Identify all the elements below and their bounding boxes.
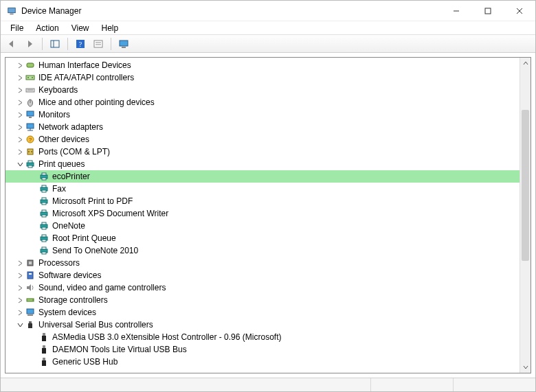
menu-action[interactable]: Action — [30, 22, 64, 34]
tree-item[interactable]: ?Other devices — [5, 133, 520, 146]
tree-item[interactable]: Send To OneNote 2010 — [5, 244, 520, 257]
svg-rect-72 — [43, 345, 45, 348]
expander-collapsed-icon[interactable] — [15, 260, 25, 266]
expander-collapsed-icon[interactable] — [15, 124, 25, 130]
vertical-scrollbar[interactable] — [520, 58, 531, 373]
forward-button[interactable] — [21, 36, 38, 51]
tree-item[interactable]: Processors — [5, 257, 520, 269]
tree-item[interactable]: OneNote — [5, 220, 520, 232]
show-hide-console-button[interactable] — [47, 36, 63, 51]
expander-collapsed-icon[interactable] — [15, 87, 25, 93]
svg-rect-45 — [42, 198, 46, 200]
tree-item-label: Microsoft XPS Document Writer — [52, 209, 168, 218]
svg-rect-57 — [42, 247, 46, 249]
status-bar — [1, 378, 535, 391]
back-button[interactable] — [3, 36, 20, 51]
expander-collapsed-icon[interactable] — [15, 297, 25, 303]
tree-item[interactable]: Generic USB Hub — [5, 356, 520, 368]
status-cell — [1, 378, 370, 391]
tree-item-label: Processors — [38, 258, 80, 268]
scroll-down-button[interactable] — [520, 362, 531, 373]
scroll-up-button[interactable] — [520, 58, 531, 69]
tree-item[interactable]: Sound, video and game controllers — [5, 281, 520, 294]
menubar: FileActionViewHelp — [1, 21, 535, 35]
tree-item-label: Software devices — [38, 270, 101, 280]
port-icon — [25, 146, 36, 157]
help-button[interactable]: ? — [72, 36, 89, 51]
scan-hardware-button[interactable] — [115, 36, 132, 51]
tree-item[interactable]: Microsoft Print to PDF — [5, 195, 520, 207]
tree-item[interactable]: Fax — [5, 183, 520, 195]
expander-expanded-icon[interactable] — [15, 161, 25, 168]
tree-item[interactable]: ASMedia USB 3.0 eXtensible Host Controll… — [5, 331, 520, 343]
usb-plug-icon — [38, 344, 49, 355]
svg-rect-46 — [42, 203, 46, 205]
tree-item-label: Root Print Queue — [52, 233, 116, 243]
expander-collapsed-icon[interactable] — [15, 285, 25, 291]
tree-item[interactable]: IDE ATA/ATAPI controllers — [5, 71, 520, 84]
tree-item-label: Generic USB Hub — [52, 357, 118, 367]
tree-item[interactable]: Monitors — [5, 108, 520, 121]
expander-collapsed-icon[interactable] — [15, 100, 25, 106]
svg-rect-68 — [29, 321, 32, 323]
toolbar-separator — [42, 38, 43, 50]
expander-collapsed-icon[interactable] — [15, 75, 25, 81]
tree-item[interactable]: Ports (COM & LPT) — [5, 146, 520, 158]
arrow-right-icon — [24, 39, 35, 49]
toolbar: ? — [1, 35, 535, 53]
close-button[interactable] — [504, 1, 535, 21]
tree-item[interactable]: System devices — [5, 306, 520, 319]
close-icon — [516, 8, 523, 14]
tree-item[interactable]: Universal Serial Bus controllers — [5, 319, 520, 331]
tree-item[interactable]: DAEMON Tools Lite Virtual USB Bus — [5, 343, 520, 356]
device-tree[interactable]: Human Interface DevicesIDE ATA/ATAPI con… — [5, 58, 520, 373]
tree-item-label: Send To OneNote 2010 — [52, 246, 138, 255]
expander-expanded-icon[interactable] — [15, 322, 25, 328]
tree-item[interactable]: ecoPrinter — [5, 170, 520, 183]
svg-rect-1 — [10, 13, 13, 14]
menu-help[interactable]: Help — [96, 22, 124, 34]
svg-rect-62 — [29, 273, 32, 275]
svg-rect-27 — [27, 124, 34, 128]
svg-rect-39 — [42, 173, 46, 175]
tree-item[interactable]: Network adapters — [5, 121, 520, 133]
expander-collapsed-icon[interactable] — [15, 273, 25, 279]
printer-icon — [25, 159, 36, 170]
tree-item[interactable]: Software devices — [5, 269, 520, 281]
expander-collapsed-icon[interactable] — [15, 149, 25, 155]
properties-button[interactable] — [90, 36, 107, 51]
minimize-button[interactable] — [440, 1, 472, 21]
expander-collapsed-icon[interactable] — [15, 62, 25, 69]
minimize-icon — [453, 8, 460, 14]
expander-collapsed-icon[interactable] — [15, 310, 25, 316]
tree-item[interactable]: Root Print Queue — [5, 232, 520, 244]
scroll-track[interactable] — [520, 69, 531, 362]
svg-rect-54 — [42, 235, 46, 237]
panel-icon — [49, 39, 60, 49]
printer-icon — [38, 183, 49, 194]
menu-view[interactable]: View — [66, 22, 95, 34]
tree-item-label: Universal Serial Bus controllers — [38, 320, 153, 330]
tree-item-label: Print queues — [38, 159, 85, 169]
svg-rect-0 — [8, 8, 16, 12]
svg-marker-6 — [9, 41, 13, 47]
printer-icon — [38, 171, 49, 182]
svg-point-20 — [32, 77, 33, 78]
svg-rect-43 — [42, 190, 46, 192]
svg-rect-75 — [42, 360, 46, 366]
scroll-thumb[interactable] — [522, 110, 529, 261]
expander-collapsed-icon[interactable] — [15, 137, 25, 143]
monitor-icon — [25, 109, 36, 120]
tree-item[interactable]: Storage controllers — [5, 294, 520, 306]
expander-collapsed-icon[interactable] — [15, 112, 25, 118]
menu-file[interactable]: File — [5, 22, 29, 34]
tree-item[interactable]: Human Interface Devices — [5, 59, 520, 71]
tree-item[interactable]: Mice and other pointing devices — [5, 96, 520, 108]
tree-item[interactable]: Print queues — [5, 158, 520, 170]
tree-item[interactable]: Microsoft XPS Document Writer — [5, 207, 520, 220]
software-icon — [25, 270, 36, 281]
svg-rect-12 — [94, 41, 102, 47]
maximize-button[interactable] — [472, 1, 504, 21]
tree-item[interactable]: Keyboards — [5, 84, 520, 96]
tree-item-label: ecoPrinter — [52, 172, 90, 181]
